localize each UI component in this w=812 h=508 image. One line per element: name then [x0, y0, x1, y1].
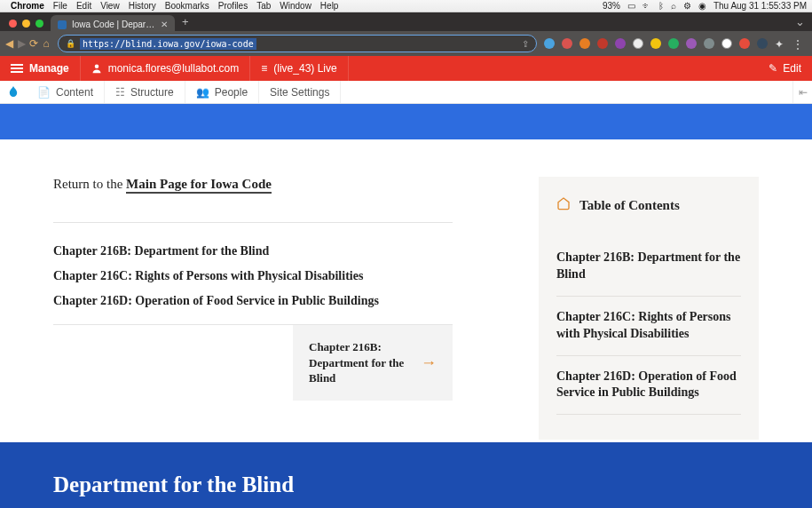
toc-item[interactable]: Chapter 216B: Department for the Blind [556, 237, 741, 297]
toolbar-people[interactable]: 👥 People [185, 81, 259, 103]
menubar-app[interactable]: Chrome [11, 1, 44, 11]
return-link[interactable]: Main Page for Iowa Code [126, 177, 272, 194]
toc-item[interactable]: Chapter 216C: Rights of Persons with Phy… [556, 297, 741, 356]
extension-icon[interactable] [686, 38, 697, 49]
next-page-label: Chapter 216B: Department for the Blind [309, 339, 410, 386]
chrome-toolbar: ◀ ▶ ⟳ ⌂ 🔒 https://blind.iowa.gov/iowa-co… [0, 31, 812, 56]
arrow-right-icon: → [421, 353, 437, 372]
toc-header: Table of Contents [556, 196, 741, 214]
address-bar[interactable]: 🔒 https://blind.iowa.gov/iowa-code ⇪ [58, 35, 537, 52]
extension-icon[interactable] [704, 38, 714, 49]
control-center-icon[interactable]: ⚙ [683, 1, 691, 11]
site-footer: Department for the Blind [0, 442, 812, 508]
menu-help[interactable]: Help [320, 1, 339, 11]
svg-point-0 [94, 65, 99, 69]
main-column: Return to the Main Page for Iowa Code Ch… [53, 177, 453, 440]
toolbar-orientation-toggle[interactable]: ⇤ [792, 81, 812, 103]
environment-indicator[interactable]: ≡ (live_43) Live [250, 56, 348, 81]
extension-icon[interactable] [579, 38, 590, 49]
menu-profiles[interactable]: Profiles [218, 1, 248, 11]
tab-favicon-icon [58, 20, 67, 29]
tab-close-icon[interactable]: ✕ [161, 20, 168, 29]
return-prefix: Return to the [53, 177, 126, 191]
drupal-toolbar: 📄 Content ☷ Structure 👥 People Site Sett… [0, 81, 812, 104]
browser-tab[interactable]: Iowa Code | Department for th... ✕ [51, 15, 175, 31]
edit-button[interactable]: ✎ Edit [758, 62, 812, 75]
return-line: Return to the Main Page for Iowa Code [53, 177, 453, 192]
drupal-logo-icon[interactable] [0, 81, 27, 103]
spotlight-icon[interactable]: ⌕ [671, 1, 676, 11]
chrome-menu-icon[interactable]: ⋮ [792, 38, 803, 49]
wifi-icon[interactable]: ᯤ [643, 1, 651, 11]
battery-icon: ▭ [627, 1, 635, 11]
content-icon: 📄 [37, 86, 51, 99]
extension-icon[interactable] [597, 38, 608, 49]
tab-title: Iowa Code | Department for th... [72, 20, 155, 29]
lock-icon[interactable]: 🔒 [66, 39, 75, 48]
bluetooth-icon[interactable]: ᛒ [658, 1, 664, 11]
next-page-box[interactable]: Chapter 216B: Department for the Blind → [293, 325, 453, 401]
tab-overflow-icon[interactable]: ⌄ [788, 15, 812, 31]
toolbar-structure-label: Structure [130, 86, 174, 99]
url-text[interactable]: https://blind.iowa.gov/iowa-code [80, 38, 256, 50]
page-content: Return to the Main Page for Iowa Code Ch… [0, 139, 812, 440]
chapter-link[interactable]: Chapter 216D: Operation of Food Service … [53, 294, 453, 308]
extension-icon[interactable] [668, 38, 679, 49]
home-icon [556, 196, 571, 214]
footer-title: Department for the Blind [53, 472, 812, 497]
extension-icon[interactable] [739, 38, 750, 49]
database-icon: ≡ [261, 62, 267, 75]
macos-menubar: Chrome File Edit View History Bookmarks … [0, 0, 812, 12]
menu-window[interactable]: Window [280, 1, 311, 11]
menu-history[interactable]: History [129, 1, 156, 11]
toc-sidebar: Table of Contents Chapter 216B: Departme… [539, 177, 759, 440]
environment-label: (live_43) Live [273, 62, 336, 75]
edit-label: Edit [783, 62, 801, 75]
chapter-link[interactable]: Chapter 216B: Department for the Blind [53, 244, 453, 258]
extension-icon[interactable] [615, 38, 626, 49]
forward-button: ▶ [18, 36, 27, 52]
divider [53, 222, 453, 223]
profile-avatar-icon[interactable] [633, 38, 643, 49]
extension-icon[interactable] [757, 38, 768, 49]
user-icon [91, 63, 102, 74]
menu-tab[interactable]: Tab [256, 1, 271, 11]
menu-file[interactable]: File [53, 1, 67, 11]
extension-icon[interactable] [544, 38, 555, 49]
minimize-window-icon[interactable] [22, 20, 30, 28]
structure-icon: ☷ [115, 86, 125, 99]
menubar-clock[interactable]: Thu Aug 31 1:55:33 PM [713, 1, 807, 11]
chapter-link[interactable]: Chapter 216C: Rights of Persons with Phy… [53, 269, 453, 283]
chapter-list: Chapter 216B: Department for the Blind C… [53, 244, 453, 308]
extension-icon[interactable] [562, 38, 572, 49]
people-icon: 👥 [196, 86, 209, 99]
toolbar-content-label: Content [56, 86, 93, 99]
new-tab-button[interactable]: + [175, 15, 196, 31]
maximize-window-icon[interactable] [35, 20, 43, 28]
reload-button[interactable]: ⟳ [29, 36, 38, 52]
close-window-icon[interactable] [9, 20, 17, 28]
manage-button[interactable]: Manage [0, 56, 81, 81]
drupal-admin-bar: Manage monica.flores@lullabot.com ≡ (liv… [0, 56, 812, 81]
manage-label: Manage [29, 62, 69, 75]
admin-user-label: monica.flores@lullabot.com [108, 62, 240, 75]
menu-bookmarks[interactable]: Bookmarks [165, 1, 209, 11]
siri-icon[interactable]: ◉ [698, 1, 706, 11]
hamburger-icon [11, 64, 23, 73]
admin-user[interactable]: monica.flores@lullabot.com [81, 56, 251, 81]
toc-title: Table of Contents [579, 198, 680, 213]
share-icon[interactable]: ⇪ [522, 39, 529, 49]
toolbar-settings[interactable]: Site Settings [259, 81, 341, 103]
extension-icon[interactable] [721, 38, 732, 49]
extension-icon[interactable] [650, 38, 661, 49]
extensions-area: ✦ ⋮ [544, 38, 803, 49]
toolbar-content[interactable]: 📄 Content [27, 81, 105, 103]
toc-item[interactable]: Chapter 216D: Operation of Food Service … [556, 356, 741, 416]
toolbar-structure[interactable]: ☷ Structure [105, 81, 185, 103]
page-header-band [0, 104, 812, 139]
menu-edit[interactable]: Edit [76, 1, 91, 11]
home-button[interactable]: ⌂ [42, 36, 51, 52]
menu-view[interactable]: View [100, 1, 120, 11]
back-button[interactable]: ◀ [5, 36, 14, 52]
extensions-puzzle-icon[interactable]: ✦ [775, 38, 785, 49]
